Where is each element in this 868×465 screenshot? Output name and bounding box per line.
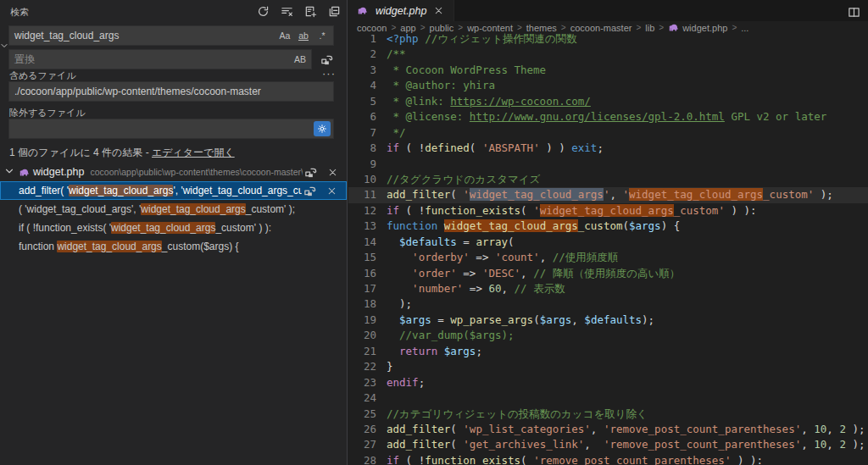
- code-line[interactable]: 27add_filter( 'get_archives_link', 'remo…: [348, 437, 868, 452]
- match-highlight: widget_tag_cloud_args: [111, 222, 215, 234]
- search-sidebar: 検索: [0, 0, 348, 465]
- line-number: 14: [348, 235, 376, 250]
- toggle-search-details-icon[interactable]: ···: [321, 69, 337, 81]
- search-panel-header: 検索: [0, 0, 347, 22]
- tab-close-icon[interactable]: [433, 5, 445, 17]
- code-line[interactable]: 25//カテゴリウィジェットの投稿数のカッコを取り除く: [348, 407, 868, 422]
- code-line[interactable]: 26add_filter( 'wp_list_categories', 'rem…: [348, 422, 868, 437]
- close-icon[interactable]: [324, 183, 339, 198]
- code-line[interactable]: 15 'orderby' => 'count', //使用頻度順: [348, 250, 868, 265]
- search-input[interactable]: widget_tag_cloud_args Aa ab .*: [8, 25, 334, 46]
- search-result-row[interactable]: ( 'widget_tag_cloud_args', 'widget_tag_c…: [0, 200, 347, 219]
- code-line[interactable]: 22}: [348, 359, 868, 374]
- code-line[interactable]: 6 * @license: http://www.gnu.org/license…: [348, 109, 868, 125]
- line-number: 25: [348, 407, 376, 422]
- code-line[interactable]: 28if ( !function_exists( 'remove_post_co…: [348, 453, 868, 465]
- code-line[interactable]: 8if ( !defined( 'ABSPATH' ) ) exit;: [348, 141, 868, 156]
- code-line[interactable]: 23endif;: [348, 375, 868, 390]
- result-file-name[interactable]: widget.php: [33, 166, 84, 178]
- line-number: 3: [348, 63, 376, 78]
- code-line[interactable]: 19 $args = wp_parse_args($args, $default…: [348, 313, 868, 328]
- line-number: 1: [348, 31, 376, 47]
- clear-search-results-icon[interactable]: [279, 3, 294, 19]
- code-line-text: $args = wp_parse_args($args, $defaults);: [348, 313, 868, 328]
- search-result-row[interactable]: function widget_tag_cloud_args_custom($a…: [0, 237, 347, 256]
- code-line-text: add_filter( 'widget_tag_cloud_args', 'wi…: [348, 187, 868, 202]
- files-to-include-label: 含めるファイル: [9, 69, 76, 82]
- refresh-icon[interactable]: [255, 3, 270, 19]
- code-line-text: add_filter( 'wp_list_categories', 'remov…: [348, 422, 868, 437]
- line-number: 18: [348, 296, 376, 312]
- code-line[interactable]: 5 * @link: https://wp-cocoon.com/: [348, 94, 868, 109]
- chevron-down-icon[interactable]: [3, 165, 17, 179]
- replace-input-placeholder[interactable]: 置換: [9, 53, 292, 67]
- line-number: 24: [348, 390, 376, 406]
- code-line[interactable]: 24: [348, 390, 868, 406]
- search-panel-title: 検索: [10, 6, 30, 19]
- code-line-text: 'orderby' => 'count', //使用頻度順: [348, 250, 868, 265]
- code-line[interactable]: 3 * Cocoon WordPress Theme: [348, 63, 868, 78]
- search-result-row[interactable]: add_filter( 'widget_tag_cloud_args', 'wi…: [0, 181, 347, 200]
- code-line[interactable]: 9: [348, 157, 868, 172]
- files-to-exclude-label: 除外するファイル: [9, 107, 86, 119]
- code-line[interactable]: 4 * @author: yhira: [348, 78, 868, 93]
- search-input-value[interactable]: widget_tag_cloud_args: [9, 30, 277, 42]
- line-number: 27: [348, 437, 376, 452]
- code-line-text: if ( !function_exists( 'remove_post_coun…: [348, 453, 868, 465]
- code-line[interactable]: 10//タグクラウドのカスタマイズ: [348, 172, 868, 187]
- line-number: 2: [348, 47, 376, 62]
- results-summary: 1 個のファイルに 4 件の結果 - エディターで開く: [9, 146, 235, 160]
- code-line[interactable]: 13function widget_tag_cloud_args_custom(…: [348, 219, 868, 234]
- whole-word-icon[interactable]: ab: [296, 28, 311, 43]
- line-number: 22: [348, 359, 376, 374]
- code-line-text: }: [348, 359, 868, 374]
- code-line[interactable]: 20 //var_dump($args);: [348, 328, 868, 343]
- code-line-text: /**: [348, 47, 868, 62]
- files-to-include-value[interactable]: ./cocoon/app/public/wp-content/themes/co…: [9, 86, 333, 97]
- replace-input[interactable]: 置換 AB: [8, 49, 312, 69]
- code-line[interactable]: 11add_filter( 'widget_tag_cloud_args', '…: [348, 187, 868, 202]
- preserve-case-icon[interactable]: AB: [292, 52, 308, 67]
- line-number: 9: [348, 157, 376, 172]
- code-line[interactable]: 12if ( !function_exists( 'widget_tag_clo…: [348, 203, 868, 219]
- open-in-editor-link[interactable]: エディターで開く: [152, 147, 235, 158]
- code-line[interactable]: 18 );: [348, 296, 868, 312]
- files-to-include-input[interactable]: ./cocoon/app/public/wp-content/themes/co…: [8, 81, 334, 102]
- tab-widget-php[interactable]: widget.php: [348, 0, 454, 21]
- code-line[interactable]: 7 */: [348, 125, 868, 141]
- line-number: 16: [348, 266, 376, 281]
- code-line[interactable]: 1<?php //ウィジェット操作関連の関数: [348, 31, 868, 47]
- split-editor-icon[interactable]: [846, 4, 861, 19]
- replace-all-icon[interactable]: [319, 52, 334, 67]
- code-line-text: function widget_tag_cloud_args_custom($a…: [348, 219, 868, 234]
- code-line-text: );: [348, 296, 868, 312]
- code-line-text: 'order' => 'DESC', // 降順（使用頻度の高い順）: [348, 266, 868, 281]
- new-search-editor-icon[interactable]: [303, 3, 318, 19]
- search-result-row[interactable]: if ( !function_exists( 'widget_tag_cloud…: [0, 219, 347, 237]
- code-area[interactable]: 1<?php //ウィジェット操作関連の関数2/**3 * Cocoon Wor…: [348, 31, 868, 465]
- files-to-exclude-input[interactable]: [8, 119, 334, 139]
- code-line[interactable]: 2/**: [348, 47, 868, 62]
- line-number: 10: [348, 172, 376, 187]
- vscode-window: 検索: [0, 0, 868, 465]
- code-line[interactable]: 21 return $args;: [348, 344, 868, 359]
- replace-all-icon[interactable]: [303, 164, 318, 180]
- search-results-list: add_filter( 'widget_tag_cloud_args', 'wi…: [0, 181, 347, 256]
- tab-label[interactable]: widget.php: [376, 5, 426, 17]
- code-line[interactable]: 17 'number' => 60, // 表示数: [348, 281, 868, 296]
- line-number: 13: [348, 219, 376, 234]
- result-file-row[interactable]: widget.php cocoon\app\public\wp-content\…: [0, 163, 347, 181]
- regex-icon[interactable]: .*: [314, 28, 330, 43]
- match-case-icon[interactable]: Aa: [277, 28, 292, 43]
- collapse-all-icon[interactable]: [326, 3, 342, 19]
- match-highlight: widget_tag_cloud_args: [141, 203, 245, 215]
- line-number: 5: [348, 94, 376, 109]
- use-exclude-settings-icon[interactable]: [314, 121, 331, 136]
- line-number: 19: [348, 313, 376, 328]
- close-icon[interactable]: [325, 164, 340, 180]
- replace-all-icon[interactable]: [302, 183, 317, 198]
- code-line-text: 'number' => 60, // 表示数: [348, 281, 868, 296]
- editor-tabbar: widget.php: [348, 0, 868, 21]
- code-line[interactable]: 16 'order' => 'DESC', // 降順（使用頻度の高い順）: [348, 266, 868, 281]
- code-line[interactable]: 14 $defaults = array(: [348, 235, 868, 250]
